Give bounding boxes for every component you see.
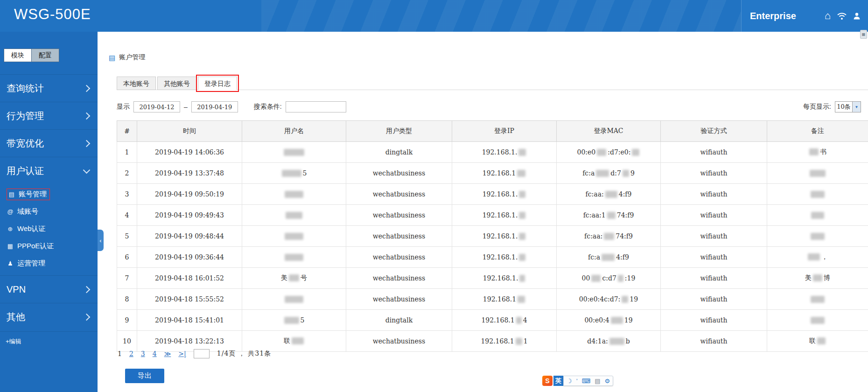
sidebar-item-account-mgmt[interactable]: ▤ 账号管理: [0, 186, 98, 203]
export-button[interactable]: 导出: [125, 369, 164, 383]
cell-text: 192.168.1.: [483, 274, 518, 282]
cell-text: fc:a: [588, 253, 600, 261]
table-row[interactable]: 32019-04-19 09:50:19wechatbusiness192.16…: [117, 184, 868, 205]
at-icon: @: [7, 208, 14, 215]
date-to-input[interactable]: [191, 101, 238, 112]
sidebar-edit-button[interactable]: +编辑: [0, 331, 98, 351]
sidebar-item-bandwidth-opt[interactable]: 带宽优化: [0, 129, 98, 157]
pagination: 1 2 3 4 ≫ >| 1/4页 ， 共31条: [118, 349, 279, 358]
ime-logo-icon[interactable]: S: [542, 376, 553, 386]
cell-text: 书: [820, 148, 826, 155]
redacted-text: [597, 149, 606, 156]
date-from-input[interactable]: [133, 101, 180, 112]
cell-text: 00: [582, 274, 590, 282]
redacted-text: [519, 254, 525, 261]
redacted-text: [604, 233, 614, 240]
redacted-text: [596, 170, 609, 177]
cell-text: 192.168.1: [481, 316, 514, 324]
cell-time: 2019-04-18 15:55:52: [137, 289, 242, 310]
page-current: 1: [118, 350, 122, 357]
cell-time: 2019-04-19 13:37:48: [137, 163, 242, 184]
ime-tray: ☽ ’ ⌨ ▤ ⚙: [563, 376, 613, 386]
table-row[interactable]: 42019-04-19 09:49:43wechatbusiness192.16…: [117, 205, 868, 226]
cell-text: 美: [281, 274, 287, 281]
sidebar-item-behavior-mgmt[interactable]: 行为管理: [0, 102, 98, 129]
sidebar-item-web-auth[interactable]: ⊕ Web认证: [0, 220, 98, 238]
table-row[interactable]: 62019-04-19 09:36:44wechatbusiness192.16…: [117, 247, 868, 268]
cell-login-mac: 00:e0:d7:e0:: [557, 142, 661, 163]
ime-clipboard-icon[interactable]: ▤: [595, 378, 600, 384]
cell-note: 书: [767, 142, 868, 163]
ime-moon-icon[interactable]: ☽: [567, 378, 572, 384]
cell-index: 7: [117, 268, 137, 289]
cell-text: 192.168.1.: [483, 190, 518, 198]
cell-note: ，: [767, 247, 868, 268]
cell-note: [767, 184, 868, 205]
next-pages-link[interactable]: ≫: [164, 350, 171, 357]
ime-tools-icon[interactable]: ⚙: [605, 378, 610, 384]
edge-widget-icon[interactable]: ▦: [860, 30, 867, 39]
cell-text: :19: [625, 274, 636, 282]
cell-text: 美: [805, 274, 812, 281]
search-label: 搜索条件:: [254, 103, 282, 111]
table-row[interactable]: 72019-04-18 16:01:52美号wechatbusiness192.…: [117, 268, 868, 289]
table-row[interactable]: 92019-04-18 15:41:015dingtalk192.168.140…: [117, 310, 868, 331]
cell-text: c:d7: [602, 274, 616, 282]
column-header-0: #: [117, 121, 137, 142]
redacted-text: [516, 317, 522, 324]
per-page-value: 10条: [835, 102, 852, 112]
user-icon[interactable]: [853, 12, 861, 20]
sidebar-tab-config[interactable]: 配置: [32, 49, 59, 62]
sidebar-item-pppoe-auth[interactable]: ▦ PPPoE认证: [0, 238, 98, 255]
redacted-text: [811, 317, 825, 324]
table-row[interactable]: 22019-04-19 13:37:485wechatbusiness192.1…: [117, 163, 868, 184]
sidebar-item-query-stats[interactable]: 查询统计: [0, 74, 98, 102]
cell-login-ip: 192.168.1.: [452, 247, 557, 268]
search-input[interactable]: [286, 101, 346, 112]
cell-login-ip: 192.168.1.: [452, 205, 557, 226]
table-row[interactable]: 102019-04-18 13:22:13联wechatbusiness192.…: [117, 331, 868, 352]
cell-username: [242, 205, 346, 226]
sidebar-item-domain-account[interactable]: @ 域账号: [0, 203, 98, 220]
tab-local-accounts[interactable]: 本地账号: [117, 77, 156, 90]
sidebar-item-vpn[interactable]: VPN: [0, 275, 98, 303]
table-row[interactable]: 12019-04-19 14:06:36dingtalk192.168.1.00…: [117, 142, 868, 163]
edition-label: Enterprise: [742, 11, 796, 21]
redacted-text: [809, 148, 819, 155]
screen: WSG-500E Enterprise ⌂ 模块 配置 查询统计 行为管理: [0, 0, 868, 392]
page-link-3[interactable]: 3: [141, 350, 145, 357]
tab-other-accounts[interactable]: 其他账号: [157, 77, 196, 90]
tab-login-log[interactable]: 登录日志: [198, 77, 237, 90]
ime-keyboard-icon[interactable]: ⌨: [582, 378, 591, 384]
breadcrumb: ▤ 账户管理: [109, 53, 145, 62]
redacted-text: [519, 212, 525, 219]
cell-index: 4: [117, 205, 137, 226]
table-row[interactable]: 52019-04-19 09:48:44wechatbusiness192.16…: [117, 226, 868, 247]
wifi-icon[interactable]: [837, 12, 847, 20]
sidebar-tab-modules[interactable]: 模块: [4, 49, 32, 62]
page-link-4[interactable]: 4: [153, 350, 157, 357]
cell-index: 9: [117, 310, 137, 331]
sidebar-item-operation-mgmt[interactable]: ♟ 运营管理: [0, 255, 98, 272]
cell-text: 联: [809, 337, 816, 344]
redacted-text: [602, 254, 615, 261]
page-jump-input[interactable]: [194, 349, 210, 358]
cell-text: 联: [284, 337, 290, 344]
cell-text: 5: [301, 316, 305, 324]
cell-login-ip: 192.168.11: [452, 331, 557, 352]
redacted-text: [808, 253, 820, 260]
last-page-link[interactable]: >|: [178, 350, 186, 357]
redacted-text: [607, 212, 616, 219]
sidebar-item-user-auth[interactable]: 用户认证: [0, 157, 98, 184]
header-decoration: [261, 0, 742, 32]
home-icon[interactable]: ⌂: [825, 11, 831, 21]
table-row[interactable]: 82019-04-18 15:55:52wechatbusiness192.16…: [117, 289, 868, 310]
ime-punctuation-icon[interactable]: ’: [576, 378, 578, 384]
menu-label: 其他: [7, 311, 25, 323]
sidebar-item-others[interactable]: 其他: [0, 303, 98, 330]
page-link-2[interactable]: 2: [129, 350, 133, 357]
sidebar-collapse-handle[interactable]: ‹: [98, 230, 104, 251]
menu-label: 用户认证: [7, 165, 44, 177]
per-page-select[interactable]: 10条 ▼: [835, 101, 861, 112]
ime-language-icon[interactable]: 英: [553, 376, 563, 386]
